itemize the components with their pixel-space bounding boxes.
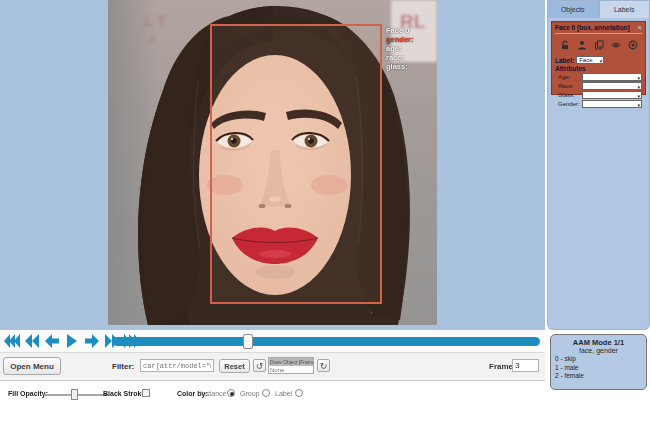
play-button[interactable] [64,334,80,348]
first-frame-button[interactable] [4,334,20,348]
filter-input[interactable] [140,359,214,372]
reset-filter-button[interactable]: Reset [219,359,250,373]
prev-frame-button[interactable] [44,334,60,348]
history-last-action: Draw Object [Frame 3] [id:0] [269,358,313,366]
open-menu-button[interactable]: Open Menu [3,357,61,375]
bbox-label-block: Face 0 gender: age: race: glass: [386,26,414,71]
occluded-target-icon[interactable] [628,36,638,54]
photo-canvas[interactable]: RL L T A [108,0,437,325]
history-box[interactable]: Draw Object [Frame 3] [id:0] None [268,357,314,374]
color-by-option-label: Label [275,390,292,397]
lock-icon[interactable] [560,36,570,54]
aam-option-female: 2 - female [555,372,642,381]
fill-opacity-label: Fill Opacity: [8,390,48,397]
color-by-group-radio[interactable] [262,389,270,397]
seek-handle[interactable] [243,334,253,349]
aam-option-skip: 0 - skip [555,355,642,364]
object-card-icons [555,36,642,54]
svg-text:A: A [148,32,158,47]
bbox-face-annotation[interactable] [210,24,382,304]
history-next-action: None [269,366,313,374]
copy-icon[interactable] [594,36,604,54]
aam-title: AAM Mode 1/1 [555,338,642,347]
attr-age-select[interactable] [582,73,642,81]
player-bar [0,330,545,352]
object-card-face0[interactable]: Face 0 [box, annotation] × Label: Face A… [551,21,646,95]
color-by-option-instance: Instance [200,390,226,397]
fill-opacity-slider[interactable] [44,394,108,396]
color-by-label-radio[interactable] [295,389,303,397]
divider [555,33,642,34]
attr-glass-select[interactable] [582,91,642,99]
frame-label: Frame [489,362,513,371]
attr-race-select[interactable] [582,82,642,90]
sidebar-tabs: Objects Labels [547,0,650,18]
bbox-attr-glass: glass: [386,62,414,71]
object-card-title: Face 0 [box, annotation] [555,24,630,31]
tab-labels[interactable]: Labels [599,0,650,18]
objects-panel: Face 0 [box, annotation] × Label: Face A… [547,18,650,330]
black-stroke-checkbox[interactable] [142,389,150,397]
aam-subtitle: face, gender [555,347,642,354]
left-column: RL L T A [0,0,545,424]
label-caption: Label: [555,57,574,64]
attr-gender-select[interactable] [582,100,642,108]
color-by-instance-radio[interactable] [227,389,235,397]
menu-bar: Open Menu Filter: Reset ↺ Draw Object [F… [0,352,545,381]
aam-option-male: 1 - male [555,364,642,373]
attributes-caption: Attributes [555,65,642,72]
attr-glass-caption: Glass: [558,92,582,98]
settings-bar: Fill Opacity: Black Stroke: Color by: In… [0,381,545,424]
color-by-option-group: Group [240,390,259,397]
attr-gender-caption: Gender: [558,101,582,107]
bbox-attr-gender: gender: [386,35,414,44]
rewind-button[interactable] [24,334,40,348]
user-icon[interactable] [577,36,587,54]
frame-input[interactable] [512,359,539,372]
tab-objects[interactable]: Objects [547,0,599,18]
bbox-attr-race: race: [386,53,414,62]
annotation-app: RL L T A [0,0,650,424]
next-frame-button[interactable] [84,334,100,348]
sidebar: Objects Labels Face 0 [box, annotation] … [545,0,650,424]
aam-mode-box: AAM Mode 1/1 face, gender 0 - skip 1 - m… [550,334,647,390]
bbox-attr-age: age: [386,44,414,53]
close-icon[interactable]: × [637,25,642,31]
redo-icon[interactable]: ↻ [317,359,330,372]
fill-opacity-handle[interactable] [71,389,78,400]
label-select[interactable]: Face [576,56,604,64]
svg-text:L T: L T [144,12,166,29]
eye-icon[interactable] [611,36,621,54]
canvas-region: RL L T A [0,0,545,330]
undo-icon[interactable]: ↺ [253,359,266,372]
filter-label: Filter: [112,362,134,371]
bbox-title: Face 0 [386,26,414,35]
seek-slider[interactable] [113,337,540,346]
attr-age-caption: Age: [558,74,582,80]
attr-race-caption: Race: [558,83,582,89]
